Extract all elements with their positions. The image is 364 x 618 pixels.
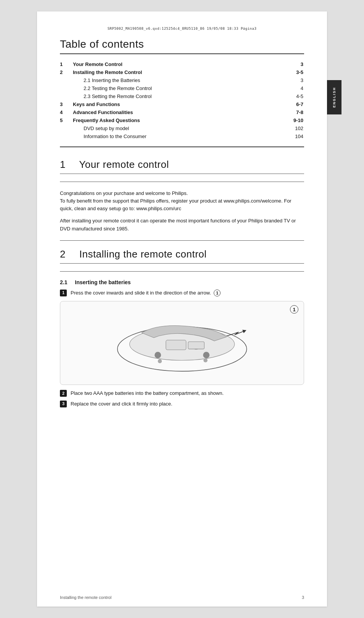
illustration-circle-1: 1	[290, 305, 298, 314]
step-1-text: Press the cover inwards and slide it in …	[71, 289, 304, 297]
subsection-2-1-heading: 2.1 Inserting the batteries	[60, 279, 304, 285]
toc-row-1: 1 Your Remote Control 3	[60, 60, 304, 68]
toc-num-4: 4	[60, 108, 72, 116]
toc-page-2-3: 4-5	[283, 92, 304, 100]
toc-bottom-divider	[60, 146, 304, 147]
toc-label-info: Information to the Consumer	[72, 132, 283, 140]
step-3: 3 Replace the cover and click it firmly …	[60, 400, 304, 408]
document-page: ENGLISH SRP5002_MA190508_v6.qxd:125254c4…	[37, 11, 327, 607]
step-1: 1 Press the cover inwards and slide it i…	[60, 289, 304, 297]
svg-point-6	[155, 352, 161, 358]
svg-point-8	[158, 359, 162, 364]
remote-drawing: + −	[79, 309, 285, 377]
section-1-bottom-divider	[60, 240, 304, 241]
toc-label-3: Keys and Functions	[72, 100, 283, 108]
toc-row-info: Information to the Consumer 104	[60, 132, 304, 140]
reg-mark-bl	[45, 588, 52, 596]
toc-num-2: 2	[60, 68, 72, 76]
section-1-heading: 1 Your remote control	[60, 159, 304, 174]
table-of-contents-section: Table of contents 1 Your Remote Control …	[60, 38, 304, 147]
page-header-meta: SRP5002_MA190508_v6.qxd:125254c4_8RU5110…	[60, 27, 304, 31]
toc-page-3: 6-7	[283, 100, 304, 108]
step-1-circle: 1	[214, 290, 221, 296]
toc-page-2-2: 4	[283, 84, 304, 92]
reg-mark-br	[312, 588, 319, 596]
toc-num-2-3	[60, 92, 72, 100]
toc-label-dvd: DVD setup by model	[72, 124, 283, 132]
toc-label-2-3: 2.3 Setting the Remote Control	[72, 92, 283, 100]
page-footer: Installing the remote control 3	[60, 595, 304, 600]
toc-num-5: 5	[60, 116, 72, 124]
toc-table: 1 Your Remote Control 3 2 Installing the…	[60, 60, 304, 140]
toc-title: Table of contents	[60, 38, 304, 54]
toc-row-4: 4 Advanced Functionalities 7-8	[60, 108, 304, 116]
svg-point-9	[203, 358, 208, 362]
section-1-para1: Congratulations on your purchase and wel…	[60, 190, 304, 212]
subsection-2-1-title: Inserting the batteries	[75, 279, 130, 285]
toc-label-1: Your Remote Control	[72, 60, 283, 68]
svg-rect-5	[188, 342, 204, 349]
toc-label-2-2: 2.2 Testing the Remote Control	[72, 84, 283, 92]
toc-label-2: Installing the Remote Control	[72, 68, 283, 76]
subsection-2-1-num: 2.1	[60, 279, 67, 285]
toc-page-4: 7-8	[283, 108, 304, 116]
toc-row-2-2: 2.2 Testing the Remote Control 4	[60, 84, 304, 92]
toc-page-2: 3-5	[283, 68, 304, 76]
toc-page-1: 3	[283, 60, 304, 68]
svg-rect-4	[166, 340, 186, 350]
section-2-title: Installing the remote control	[79, 248, 207, 260]
toc-row-dvd: DVD setup by model 102	[60, 124, 304, 132]
language-tab: ENGLISH	[327, 80, 341, 114]
toc-page-dvd: 102	[283, 124, 304, 132]
toc-num-dvd	[60, 124, 72, 132]
toc-num-1: 1	[60, 60, 72, 68]
step-2-text: Place two AAA type batteries into the ba…	[71, 389, 304, 397]
toc-label-5: Frequently Asked Questions	[72, 116, 283, 124]
section-1-num: 1	[60, 159, 66, 170]
toc-page-5: 9-10	[283, 116, 304, 124]
reg-mark-tl	[45, 22, 52, 30]
step-1-badge: 1	[60, 290, 67, 296]
footer-left: Installing the remote control	[60, 595, 111, 600]
toc-row-2-3: 2.3 Setting the Remote Control 4-5	[60, 92, 304, 100]
toc-num-3: 3	[60, 100, 72, 108]
toc-page-info: 104	[283, 132, 304, 140]
toc-num-2-1	[60, 76, 72, 84]
section-1-top-divider	[60, 182, 304, 182]
language-tab-label: ENGLISH	[332, 87, 336, 108]
reg-mark-tr	[312, 22, 319, 30]
svg-point-7	[203, 352, 209, 358]
section-1: 1 Your remote control Congratulations on…	[60, 159, 304, 241]
step-2-badge: 2	[60, 390, 67, 397]
toc-page-2-1: 3	[283, 76, 304, 84]
step-2: 2 Place two AAA type batteries into the …	[60, 389, 304, 397]
footer-right: 3	[302, 595, 304, 600]
page-wrapper: ENGLISH SRP5002_MA190508_v6.qxd:125254c4…	[0, 0, 364, 618]
toc-num-2-2	[60, 84, 72, 92]
section-1-title: Your remote control	[79, 159, 169, 170]
section-2-top-divider	[60, 271, 304, 272]
toc-row-5: 5 Frequently Asked Questions 9-10	[60, 116, 304, 124]
toc-label-4: Advanced Functionalities	[72, 108, 283, 116]
toc-num-info	[60, 132, 72, 140]
step-3-badge: 3	[60, 401, 67, 407]
battery-illustration: 1 +	[60, 301, 304, 385]
section-2-heading: 2 Installing the remote control	[60, 248, 304, 264]
section-2: 2 Installing the remote control 2.1 Inse…	[60, 248, 304, 408]
toc-label-2-1: 2.1 Inserting the Batteries	[72, 76, 283, 84]
section-2-num: 2	[60, 248, 66, 260]
section-1-para3: After installing your remote control it …	[60, 217, 304, 232]
toc-row-2: 2 Installing the Remote Control 3-5	[60, 68, 304, 76]
toc-row-2-1: 2.1 Inserting the Batteries 3	[60, 76, 304, 84]
toc-row-3: 3 Keys and Functions 6-7	[60, 100, 304, 108]
step-3-text: Replace the cover and click it firmly in…	[71, 400, 304, 408]
